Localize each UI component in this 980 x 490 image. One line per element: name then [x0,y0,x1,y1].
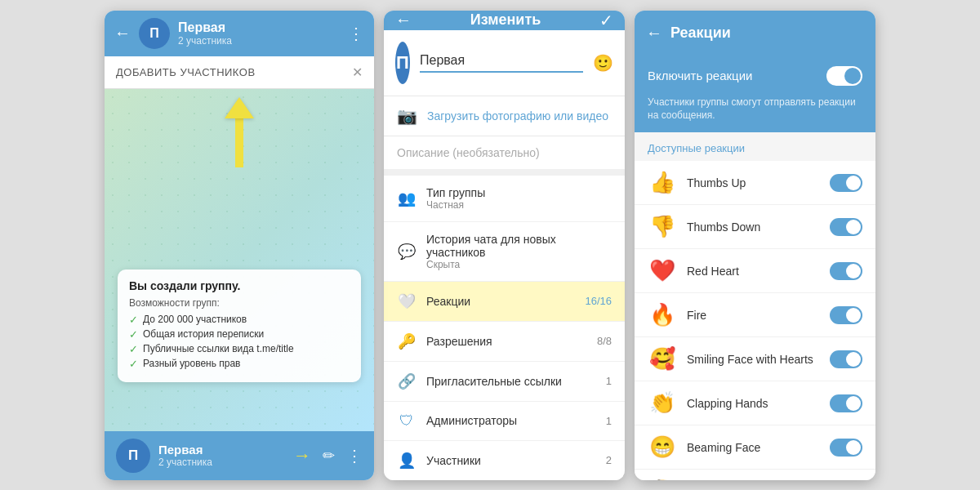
arrow-shaft [235,118,243,167]
history-label: История чата для новых участников [426,233,612,259]
description-placeholder: Описание (необязательно) [397,146,540,159]
members-label: Участники [426,454,596,467]
setting-invite-links[interactable]: 🔗 Пригласительные ссылки 1 [384,362,625,402]
tooltip-item-1: ✓ До 200 000 участников [129,314,350,326]
setting-group-type[interactable]: 👥 Тип группы Частная [384,176,625,222]
history-icon: 💬 [397,243,416,261]
edit-title: Изменить [420,11,591,29]
back-button-reactions[interactable]: ← [646,24,662,42]
upload-photo-row[interactable]: 📷 Загрузить фотографию или видео [384,96,625,136]
edit-form: П 🙂 [384,30,625,96]
settings-list: 👥 Тип группы Частная 💬 История чата для … [384,176,625,480]
permissions-icon: 🔑 [397,332,416,350]
setting-members[interactable]: 👤 Участники 2 [384,441,625,480]
bottom-group-info: Первая 2 участника [158,443,285,468]
tooltip-bubble: Вы создали группу. Возможности групп: ✓ … [118,270,361,382]
edit-icon[interactable]: ✏ [323,447,335,465]
reactions-badge: 16/16 [585,295,612,307]
available-reactions-header: Доступные реакции [635,132,875,161]
admins-label: Администраторы [426,414,596,427]
bottom-member-count: 2 участника [158,457,285,468]
edit-header: ← Изменить ✓ [384,11,625,30]
bottom-actions: → ✏ ⋮ [293,445,363,466]
add-participants-bar[interactable]: ДОБАВИТЬ УЧАСТНИКОВ ✕ [105,56,374,89]
header-title-group: Первая 2 участника [178,20,340,47]
smiling-hearts-toggle[interactable] [830,350,862,368]
reactions-header: ← Реакции [635,11,875,56]
smiling-hearts-emoji: 🥰 [648,346,677,372]
reaction-clapping: 👏 Clapping Hands [635,381,875,425]
check-icon-2: ✓ [129,328,138,341]
more-options-button[interactable]: ⋮ [348,24,364,43]
tooltip-subtitle: Возможности групп: [129,297,350,309]
members-icon: 👤 [397,452,416,470]
check-icon-1: ✓ [129,314,138,326]
chat-header: ← П Первая 2 участника ⋮ [105,11,374,56]
thinking-emoji: 🤔 [648,479,677,479]
reactions-title: Реакции [670,24,864,42]
red-heart-emoji: ❤️ [648,258,677,283]
panel-edit-group: ← Изменить ✓ П 🙂 📷 Загрузить фотографию … [384,11,625,480]
close-button[interactable]: ✕ [352,65,363,80]
confirm-button[interactable]: ✓ [599,11,613,30]
setting-chat-history[interactable]: 💬 История чата для новых участников Скры… [384,222,625,282]
check-icon-3: ✓ [129,343,138,355]
chat-bottom-bar: П Первая 2 участника → ✏ ⋮ [105,431,374,480]
thumbs-up-label: Thumbs Up [687,176,820,189]
history-value: Скрыта [426,259,612,270]
reaction-red-heart: ❤️ Red Heart [635,249,875,293]
emoji-button[interactable]: 🙂 [593,53,613,73]
group-name-input[interactable] [420,53,583,73]
thumbs-down-toggle[interactable] [830,218,862,236]
reactions-icon: 🤍 [397,292,416,310]
clapping-toggle[interactable] [830,394,862,412]
admins-icon: 🛡 [397,412,416,430]
group-name: Первая [178,20,340,35]
reaction-fire: 🔥 Fire [635,293,875,337]
fire-label: Fire [687,309,820,322]
setting-permissions[interactable]: 🔑 Разрешения 8/8 [384,322,625,362]
reactions-description: Участники группы смогут отправлять реакц… [635,96,875,133]
reaction-thumbs-down: 👎 Thumbs Down [635,205,875,249]
fire-toggle[interactable] [830,306,862,324]
members-badge: 2 [606,454,612,466]
reactions-label: Реакции [426,295,575,308]
bottom-avatar: П [116,439,150,473]
beaming-emoji: 😁 [648,434,677,460]
beaming-label: Beaming Face [687,441,820,454]
back-button[interactable]: ← [114,24,131,42]
reaction-beaming: 😁 Beaming Face [635,425,875,470]
enable-reactions-label: Включить реакции [648,69,752,82]
fire-emoji: 🔥 [648,302,677,327]
red-heart-toggle[interactable] [830,262,862,280]
more-icon[interactable]: ⋮ [346,446,363,466]
camera-icon: 📷 [397,106,417,126]
bottom-group-name: Первая [158,443,285,457]
clapping-emoji: 👏 [648,390,677,416]
thumbs-up-emoji: 👍 [648,170,677,195]
reaction-thinking: 🤔 Thinking Face [635,470,875,479]
enable-reactions-toggle[interactable] [826,66,862,86]
tooltip-item-2: ✓ Общая история переписки [129,328,350,341]
reaction-smiling-hearts: 🥰 Smiling Face with Hearts [635,337,875,381]
chat-background: Вы создали группу. Возможности групп: ✓ … [105,89,374,431]
upload-label: Загрузить фотографию или видео [427,109,608,122]
group-type-value: Частная [426,199,612,211]
tooltip-item-3: ✓ Публичные ссылки вида t.me/title [129,343,350,355]
permissions-badge: 8/8 [597,335,612,347]
reactions-list: 👍 Thumbs Up 👎 Thumbs Down ❤️ Red Heart 🔥… [635,161,875,479]
reaction-thumbs-up: 👍 Thumbs Up [635,161,875,205]
thumbs-up-toggle[interactable] [830,174,862,192]
tooltip-title: Вы создали группу. [129,279,350,292]
group-type-label: Тип группы [426,186,612,199]
arrow-right-icon: → [293,445,311,466]
beaming-toggle[interactable] [830,439,862,457]
description-field[interactable]: Описание (необязательно) [384,136,625,176]
edit-avatar: П [395,42,410,84]
setting-admins[interactable]: 🛡 Администраторы 1 [384,402,625,441]
tooltip-item-4: ✓ Разный уровень прав [129,358,350,370]
setting-reactions[interactable]: 🤍 Реакции 16/16 [384,282,625,322]
back-button-edit[interactable]: ← [395,11,412,29]
invite-icon: 🔗 [397,372,416,390]
permissions-label: Разрешения [426,335,587,348]
